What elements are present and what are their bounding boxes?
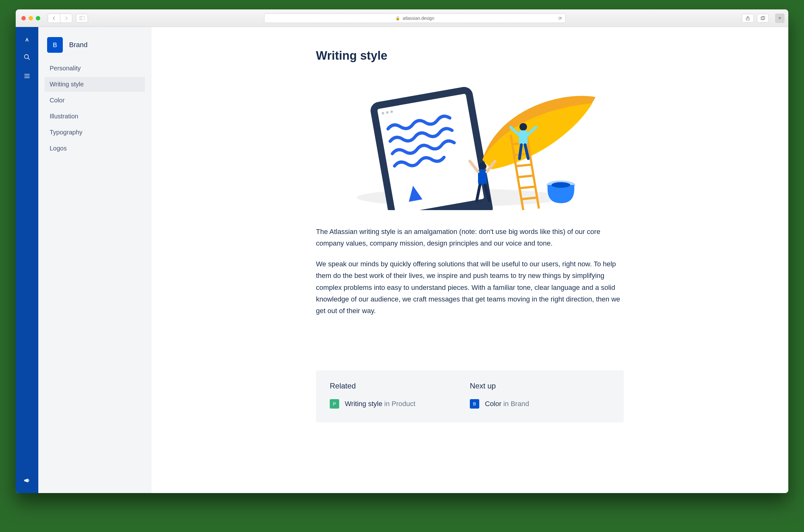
svg-point-39 xyxy=(552,182,570,188)
svg-point-32 xyxy=(479,163,486,170)
browser-window: 🔒 atlassian.design ⟳ ＋ xyxy=(16,10,788,493)
share-button[interactable] xyxy=(742,14,754,23)
nextup-heading: Next up xyxy=(470,382,610,391)
page-title: Writing style xyxy=(316,49,624,62)
svg-line-30 xyxy=(519,145,521,158)
new-tab-button[interactable]: ＋ xyxy=(775,14,785,23)
writing-style-illustration-icon xyxy=(335,72,605,210)
sidebar-header[interactable]: B Brand xyxy=(47,37,142,53)
nextup-link[interactable]: B Color in Brand xyxy=(470,399,610,408)
related-link-text: Writing style xyxy=(345,400,382,407)
forward-button[interactable] xyxy=(60,14,72,23)
svg-point-5 xyxy=(24,55,28,59)
url-text: atlassian.design xyxy=(403,16,434,21)
nextup-link-suffix: in Brand xyxy=(501,400,529,407)
article-paragraph-2: We speak our minds by quickly offering s… xyxy=(316,258,624,317)
brand-badge: B xyxy=(47,37,63,53)
svg-point-26 xyxy=(519,123,527,131)
app-body: B Brand Personality Writing style Color … xyxy=(16,27,788,493)
svg-line-6 xyxy=(28,58,30,60)
nav-back-forward xyxy=(48,14,72,23)
nextup-column: Next up B Color in Brand xyxy=(470,382,610,408)
sidebar-title: Brand xyxy=(69,41,88,49)
sidebar-item-personality[interactable]: Personality xyxy=(44,61,145,76)
traffic-lights xyxy=(19,16,40,20)
url-bar[interactable]: 🔒 atlassian.design ⟳ xyxy=(264,14,566,23)
svg-rect-27 xyxy=(519,130,528,145)
article: Writing style xyxy=(316,49,624,422)
svg-line-24 xyxy=(520,187,536,188)
article-paragraph-1: The Atlassian writing style is an amalga… xyxy=(316,226,624,249)
search-icon[interactable] xyxy=(22,52,32,62)
back-button[interactable] xyxy=(48,14,60,23)
browser-chrome: 🔒 atlassian.design ⟳ ＋ xyxy=(16,10,788,27)
tabs-button[interactable] xyxy=(757,14,769,23)
sidebar-item-writing-style[interactable]: Writing style xyxy=(44,77,145,92)
related-column: Related P Writing style in Product xyxy=(330,382,470,408)
menu-icon[interactable] xyxy=(22,71,32,81)
window-close-icon[interactable] xyxy=(21,16,26,20)
related-heading: Related xyxy=(330,382,470,391)
global-rail xyxy=(16,27,38,493)
nextup-link-text: Color xyxy=(485,400,501,407)
svg-line-23 xyxy=(518,175,534,177)
sidebar-item-typography[interactable]: Typography xyxy=(44,125,145,140)
svg-line-25 xyxy=(522,197,538,199)
related-link[interactable]: P Writing style in Product xyxy=(330,399,470,408)
sidebar-nav: Personality Writing style Color Illustra… xyxy=(44,61,145,156)
lock-icon: 🔒 xyxy=(396,16,400,20)
related-link-suffix: in Product xyxy=(382,400,415,407)
sidebar-item-color[interactable]: Color xyxy=(44,93,145,108)
feedback-icon[interactable] xyxy=(22,475,32,486)
hero-illustration xyxy=(316,72,624,210)
refresh-icon[interactable]: ⟳ xyxy=(558,16,562,21)
product-badge-icon: P xyxy=(330,399,339,408)
section-sidebar: B Brand Personality Writing style Color … xyxy=(38,27,151,493)
svg-rect-0 xyxy=(79,16,84,20)
sidebar-toggle-button[interactable] xyxy=(76,14,88,23)
sidebar-item-logos[interactable]: Logos xyxy=(44,141,145,156)
atlassian-logo-icon[interactable] xyxy=(22,33,32,43)
svg-line-22 xyxy=(516,165,532,166)
sidebar-item-illustration[interactable]: Illustration xyxy=(44,109,145,124)
main-content: Writing style xyxy=(151,27,788,493)
window-minimize-icon[interactable] xyxy=(28,16,33,20)
chrome-right-buttons xyxy=(742,14,769,23)
brand-badge-icon: B xyxy=(470,399,479,408)
window-zoom-icon[interactable] xyxy=(36,16,40,20)
footer-links: Related P Writing style in Product Next … xyxy=(316,370,624,422)
